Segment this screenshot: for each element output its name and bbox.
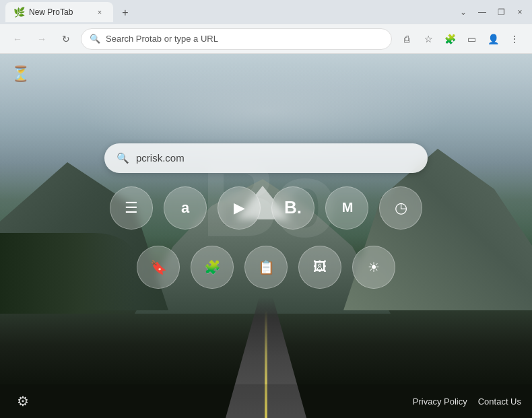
quick-links-row-2: 🔖 🧩 📋 🖼 ☀ (137, 246, 395, 289)
quick-link-amazon[interactable]: a (164, 186, 207, 230)
quick-link-booking[interactable]: B. (271, 186, 314, 230)
title-bar: 🌿 New ProTab × + ⌄ — ❐ × (0, 0, 532, 24)
quick-link-extensions[interactable]: 🧩 (191, 246, 234, 289)
quick-link-gmail[interactable]: M (325, 186, 368, 230)
new-tab-button[interactable]: + (116, 3, 135, 22)
bookmark-button[interactable]: ☆ (419, 30, 438, 48)
search-bar[interactable]: 🔍 pcrisk.com (104, 143, 428, 173)
title-dropdown-button[interactable]: ⌄ (457, 5, 470, 19)
quick-link-brightness[interactable]: ☀ (352, 246, 395, 289)
forward-button[interactable]: → (32, 30, 51, 48)
browser-window: 🌿 New ProTab × + ⌄ — ❐ × ← → ↻ 🔍 Search … (0, 0, 532, 418)
refresh-button[interactable]: ↻ (57, 30, 75, 48)
bottom-links: Privacy Policy Contact Us (413, 396, 521, 407)
share-button[interactable]: ⎙ (397, 30, 416, 48)
quick-link-bookmarks[interactable]: 🔖 (137, 246, 180, 289)
close-button[interactable]: × (513, 5, 527, 19)
address-search-icon: 🔍 (90, 34, 100, 44)
restore-button[interactable]: ❐ (494, 5, 508, 19)
address-text: Search Protab or type a URL (106, 34, 383, 44)
quick-link-images[interactable]: 🖼 (298, 246, 341, 289)
extensions-button[interactable]: 🧩 (440, 30, 459, 48)
nav-right-controls: ⎙ ☆ 🧩 ▭ 👤 ⋮ (397, 30, 524, 48)
nav-bar: ← → ↻ 🔍 Search Protab or type a URL ⎙ ☆ … (0, 24, 532, 54)
tab-title: New ProTab (29, 7, 90, 17)
bottom-bar: ⚙ Privacy Policy Contact Us (0, 384, 532, 418)
settings-icon: ⚙ (17, 393, 29, 409)
settings-button[interactable]: ⚙ (11, 389, 35, 413)
split-view-button[interactable]: ▭ (462, 30, 481, 48)
quick-link-history[interactable]: ◷ (379, 186, 422, 230)
profile-button[interactable]: 👤 (484, 30, 502, 48)
tab-favicon: 🌿 (13, 7, 25, 18)
tab-strip: 🌿 New ProTab × + (5, 2, 454, 22)
page-content: Bo ⏳ 🔍 pcrisk.com ☰ a ▶ B. M ◷ 🔖 🧩 📋 (0, 54, 532, 418)
quick-links-row-1: ☰ a ▶ B. M ◷ (110, 186, 422, 230)
quick-link-youtube[interactable]: ▶ (218, 186, 261, 230)
tab-close-button[interactable]: × (94, 7, 105, 18)
timer-icon[interactable]: ⏳ (8, 62, 32, 86)
privacy-policy-link[interactable]: Privacy Policy (413, 396, 467, 407)
search-icon: 🔍 (117, 152, 129, 164)
address-bar[interactable]: 🔍 Search Protab or type a URL (81, 28, 392, 50)
timer-icon-glyph: ⏳ (11, 65, 30, 83)
search-input-text[interactable]: pcrisk.com (136, 152, 415, 164)
quick-link-menu[interactable]: ☰ (110, 186, 153, 230)
active-tab[interactable]: 🌿 New ProTab × (5, 2, 113, 22)
quick-link-clipboard[interactable]: 📋 (244, 246, 288, 289)
minimize-button[interactable]: — (475, 5, 489, 19)
title-bar-controls: ⌄ — ❐ × (457, 5, 527, 19)
back-button[interactable]: ← (8, 30, 27, 48)
search-container: 🔍 pcrisk.com ☰ a ▶ B. M ◷ 🔖 🧩 📋 🖼 ☀ (104, 143, 428, 289)
contact-us-link[interactable]: Contact Us (478, 396, 521, 407)
menu-button[interactable]: ⋮ (505, 30, 524, 48)
